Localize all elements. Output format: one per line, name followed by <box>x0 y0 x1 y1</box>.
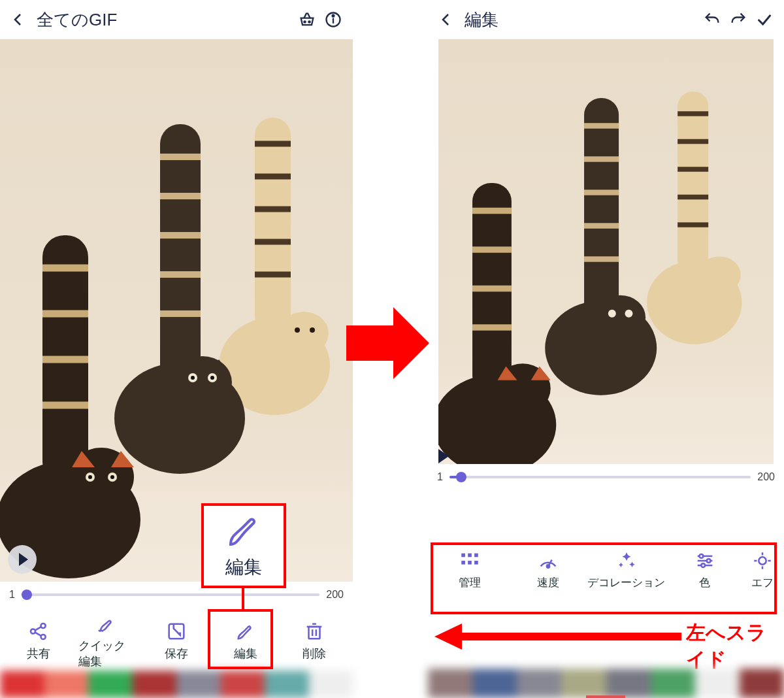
share-label: 共有 <box>27 646 50 661</box>
svg-point-1 <box>308 21 310 22</box>
svg-rect-81 <box>468 554 472 557</box>
header-right: 編集 <box>428 0 784 39</box>
edit-callout: 編集 <box>201 503 286 588</box>
edit-callout-label: 編集 <box>225 555 262 580</box>
basket-icon[interactable] <box>298 10 316 29</box>
svg-point-41 <box>110 475 114 479</box>
svg-point-91 <box>706 559 710 563</box>
slide-left-text: 左へスライド <box>686 620 784 673</box>
svg-point-13 <box>295 327 300 333</box>
svg-rect-6 <box>255 118 291 333</box>
frame-slider[interactable] <box>22 593 319 596</box>
svg-point-94 <box>759 557 766 564</box>
manage-button[interactable]: 管理 <box>431 550 509 590</box>
filmstrip-left <box>0 671 353 698</box>
play-button[interactable] <box>8 545 37 574</box>
phone-left: 全てのGIF <box>0 0 353 698</box>
svg-rect-62 <box>584 98 619 320</box>
svg-rect-48 <box>309 626 320 638</box>
svg-point-60 <box>698 256 741 293</box>
frame-slider-row-right: 1 200 <box>428 464 784 490</box>
share-button[interactable]: 共有 <box>10 620 67 661</box>
svg-rect-83 <box>461 561 465 565</box>
filmstrip-right <box>428 669 784 698</box>
effect-button[interactable]: エフ <box>743 550 781 590</box>
decoration-button[interactable]: デコレーション <box>587 550 666 590</box>
decoration-label: デコレーション <box>587 575 665 590</box>
page-title-left: 全てのGIF <box>37 8 117 31</box>
svg-point-40 <box>88 475 92 479</box>
speed-button[interactable]: 速度 <box>509 550 587 590</box>
quick-edit-label: クイック編集 <box>78 638 136 669</box>
effect-label: エフ <box>751 575 774 590</box>
delete-button[interactable]: 削除 <box>286 620 343 661</box>
svg-rect-80 <box>461 554 465 557</box>
edit-label: 編集 <box>234 646 257 661</box>
slide-left-arrow-icon <box>434 627 683 646</box>
color-button[interactable]: 色 <box>666 550 744 590</box>
svg-point-22 <box>173 356 232 408</box>
annotation-connector <box>242 587 244 610</box>
svg-point-69 <box>608 310 616 318</box>
gif-preview-left <box>0 39 353 582</box>
svg-line-46 <box>35 632 41 636</box>
svg-point-4 <box>333 15 335 17</box>
gif-preview-right <box>438 39 774 464</box>
filmstrip-indicator <box>586 695 625 698</box>
phone-right: 編集 <box>428 0 784 698</box>
frame-slider-row: 1 200 <box>0 582 353 608</box>
svg-point-93 <box>701 563 705 567</box>
svg-point-26 <box>210 376 214 380</box>
delete-label: 削除 <box>302 646 326 661</box>
edit-tools-toolbar[interactable]: 管理 速度 デコレーション 色 エフ <box>428 529 784 608</box>
slider-max: 200 <box>326 589 344 601</box>
svg-point-89 <box>699 554 703 558</box>
edit-button[interactable]: 編集 <box>217 620 274 661</box>
svg-rect-85 <box>474 561 478 565</box>
info-icon[interactable] <box>324 10 342 29</box>
manage-label: 管理 <box>459 575 481 590</box>
svg-point-68 <box>595 295 645 340</box>
transition-arrow-icon <box>346 307 431 379</box>
play-button[interactable] <box>429 443 455 469</box>
header-left: 全てのGIF <box>0 0 353 39</box>
svg-point-12 <box>279 312 329 355</box>
speed-label: 速度 <box>537 575 559 590</box>
svg-rect-54 <box>678 91 708 275</box>
svg-line-45 <box>35 626 41 630</box>
svg-point-87 <box>547 565 549 567</box>
svg-point-14 <box>310 327 315 333</box>
page-title-right: 編集 <box>465 8 498 31</box>
svg-rect-16 <box>160 124 201 386</box>
slider-min: 1 <box>437 471 443 483</box>
color-label: 色 <box>699 575 710 590</box>
confirm-icon[interactable] <box>755 10 774 29</box>
svg-rect-82 <box>474 554 478 557</box>
frame-slider[interactable] <box>449 476 751 478</box>
slider-min: 1 <box>9 589 15 601</box>
save-label: 保存 <box>165 646 188 661</box>
save-button[interactable]: 保存 <box>148 620 205 661</box>
svg-point-25 <box>191 376 195 380</box>
back-icon[interactable] <box>10 12 26 27</box>
back-icon[interactable] <box>438 12 454 27</box>
undo-icon[interactable] <box>703 10 721 29</box>
svg-rect-84 <box>468 561 472 565</box>
svg-point-0 <box>304 21 305 22</box>
quick-edit-button[interactable]: クイック編集 <box>78 612 136 669</box>
slider-max: 200 <box>757 471 775 483</box>
redo-icon[interactable] <box>729 10 747 29</box>
bottom-toolbar-left: 共有 クイック編集 保存 編集 削除 <box>0 608 353 673</box>
svg-point-70 <box>625 310 632 318</box>
